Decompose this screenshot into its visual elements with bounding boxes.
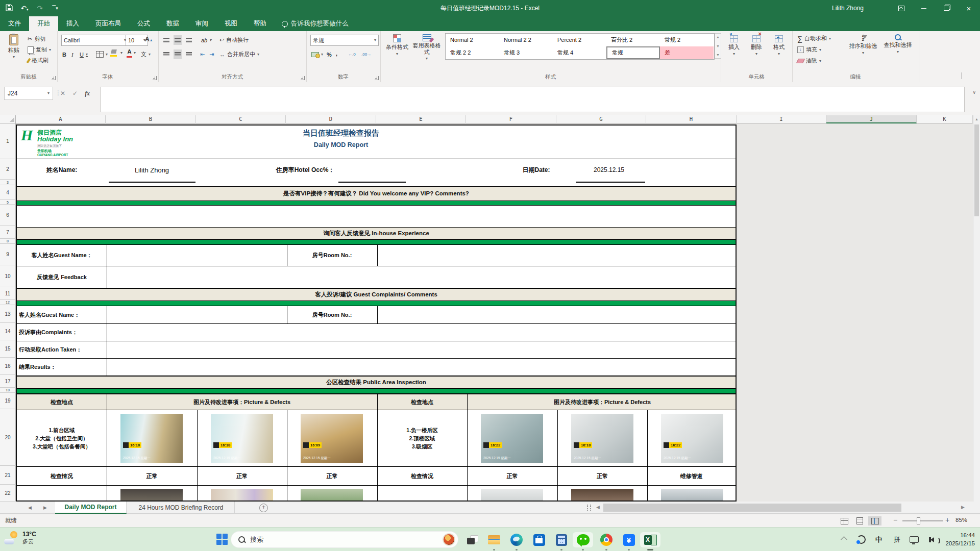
clear-button[interactable]: 清除▾ [796, 56, 822, 66]
zoom-slider-thumb[interactable] [917, 517, 920, 524]
microsoft-store-button[interactable] [529, 532, 549, 547]
name-box[interactable]: J24▾ [4, 87, 53, 100]
confirm-entry-icon[interactable]: ✓ [72, 90, 78, 97]
column-header-G[interactable]: G [556, 115, 646, 123]
vip-answer-row[interactable] [17, 206, 736, 227]
start-button[interactable] [216, 534, 228, 545]
column-header-E[interactable]: E [376, 115, 466, 123]
row-header-9[interactable]: 9 [0, 244, 16, 265]
inspection-photo[interactable]: 16:10 2025.12.15 星期一 [120, 414, 183, 463]
date-value[interactable]: 2025.12.15 [571, 159, 647, 181]
inspection-photo[interactable] [120, 489, 183, 502]
merge-center-button[interactable]: ↔合并后居中▾ [218, 49, 260, 59]
customize-qat-icon[interactable]: ▔▾ [51, 4, 59, 12]
tab-help[interactable]: 帮助 [246, 16, 275, 31]
signed-in-user[interactable]: Lilith Zhong [832, 0, 864, 16]
fill-color-button[interactable] [110, 49, 117, 57]
wechat-button[interactable] [573, 532, 593, 547]
green-divider-row[interactable] [17, 201, 736, 206]
alignment-dialog-launcher[interactable] [301, 76, 305, 80]
row-header-10[interactable]: 10 [0, 265, 16, 287]
column-header-D[interactable]: D [286, 115, 376, 123]
row-header-19[interactable]: 19 [0, 393, 16, 409]
name-row[interactable]: 姓名Name: Lilith Zhong 住房率Hotel Occ%： 日期Da… [17, 159, 736, 181]
touch-keyboard-icon[interactable] [910, 528, 919, 551]
task-view-button[interactable] [462, 532, 483, 547]
font-name-combo[interactable]: Calibri▾ [61, 35, 129, 46]
redo-icon[interactable]: ↷ [36, 4, 44, 12]
cell-style-常规-4[interactable]: 常规 4 [553, 46, 606, 59]
font-color-dropdown[interactable]: ▾ [134, 51, 136, 55]
decrease-indent-button[interactable]: ⇤ [199, 49, 206, 59]
inspection-photo[interactable]: 16:18 2025.12.15 星期一 [571, 414, 633, 463]
file-explorer-button[interactable] [484, 532, 504, 547]
name-value[interactable]: Lilith Zhong [107, 159, 197, 181]
percent-style-button[interactable]: % [326, 49, 333, 59]
cell-style-Normal-2-2[interactable]: Normal 2 2 [499, 34, 553, 46]
align-middle-button[interactable] [174, 35, 182, 45]
restore-button[interactable] [935, 0, 958, 16]
borders-button[interactable]: ▾ [95, 49, 109, 59]
inspection-photo[interactable] [661, 489, 723, 502]
tell-me-box[interactable]: 告诉我你想要做什么 [275, 16, 356, 31]
cell-style-差[interactable]: 差 [660, 46, 714, 59]
row-header-16[interactable]: 16 [0, 358, 16, 375]
cell-style-常规-3[interactable]: 常规 3 [499, 46, 553, 59]
results-row[interactable]: 结果Results： [17, 359, 736, 376]
clipboard-dialog-launcher[interactable] [52, 76, 56, 80]
insert-cells-button[interactable]: 插入▾ [724, 35, 744, 56]
sync-icon[interactable] [857, 528, 866, 551]
ime-language-indicator[interactable]: 中 [875, 528, 882, 551]
align-left-button[interactable] [162, 49, 170, 59]
column-header-F[interactable]: F [466, 115, 556, 123]
row-header-17[interactable]: 17 [0, 375, 16, 388]
row-header-1[interactable]: 1 [0, 123, 16, 159]
guest-name-row-1[interactable]: 客人姓名Guest Name： 房号Room No.: [17, 245, 736, 266]
align-right-button[interactable] [185, 49, 193, 59]
fill-color-dropdown[interactable]: ▾ [120, 51, 122, 55]
delete-cells-button[interactable]: 删除▾ [746, 35, 767, 56]
cell-style-常规-2[interactable]: 常规 2 [660, 34, 714, 46]
complaints-section-banner[interactable]: 客人投诉/建议 Guest Complaints/ Comments [17, 288, 736, 301]
cell-style-Percent-2[interactable]: Percent 2 [553, 34, 606, 46]
cell-style-常规-2-2[interactable]: 常规 2 2 [446, 46, 499, 59]
column-header-J[interactable]: J [826, 115, 917, 123]
inspection-photo[interactable] [571, 489, 633, 502]
row-header-5[interactable]: 5 [0, 200, 16, 205]
align-center-button[interactable] [174, 49, 182, 59]
increase-indent-button[interactable]: ⇥ [208, 49, 215, 59]
row-header-11[interactable]: 11 [0, 287, 16, 300]
horizontal-scroll-thumb[interactable] [603, 504, 901, 512]
inspection-photo[interactable]: 16:22 2025.12.15 星期一 [481, 414, 543, 463]
clock[interactable]: 16:44 2025/12/15 [945, 531, 975, 547]
page-break-view-button[interactable] [868, 516, 881, 525]
row-header-8[interactable]: 8 [0, 239, 16, 244]
vertical-scrollbar[interactable]: ▲ [973, 115, 980, 502]
conditional-formatting-button[interactable]: 条件格式▾ [384, 34, 410, 56]
tab-view[interactable]: 视图 [216, 16, 246, 31]
search-highlight-icon[interactable] [443, 533, 455, 546]
column-header-I[interactable]: I [737, 115, 826, 123]
expand-formula-bar-icon[interactable]: ∨ [972, 90, 976, 95]
inhouse-section-banner[interactable]: 询问客人反馈意见 In-house Experience [17, 227, 736, 240]
save-icon[interactable] [5, 4, 13, 12]
inspection-photo[interactable] [301, 489, 363, 502]
sort-filter-button[interactable]: AZ 排序和筛选▾ [847, 34, 879, 55]
zoom-out-button[interactable]: − [893, 516, 897, 524]
tab-page-layout[interactable]: 页面布局 [87, 16, 129, 31]
search-box[interactable]: 搜索 [231, 531, 458, 548]
page-layout-view-button[interactable] [853, 516, 866, 525]
horizontal-scrollbar[interactable]: ◀ ▶ [594, 503, 967, 513]
wrap-text-button[interactable]: ↩自动换行 [218, 35, 250, 45]
column-header-K[interactable]: K [917, 115, 973, 123]
row-header-15[interactable]: 15 [0, 340, 16, 358]
sheet-nav-left-icon[interactable]: ◀ [28, 502, 32, 514]
calculator-button[interactable] [551, 532, 572, 547]
row-header-18[interactable]: 18 [0, 388, 16, 393]
normal-view-button[interactable] [838, 516, 851, 525]
feedback-row[interactable]: 反馈意见 Feedback [17, 266, 736, 288]
row-header-20[interactable]: 20 [0, 409, 16, 466]
inspection-photos-row-2[interactable] [17, 486, 736, 502]
public-area-section-banner[interactable]: 公区检查结果 Public Area Inspection [17, 376, 736, 389]
formula-input[interactable] [100, 87, 965, 112]
